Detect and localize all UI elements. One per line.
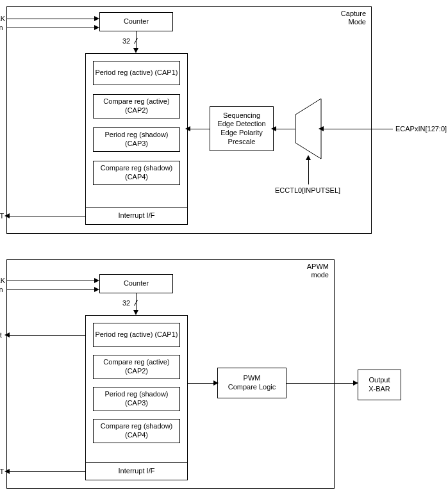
capture-mux-icon — [295, 99, 321, 159]
capture-reg-cap3-text: Period reg (shadow) (CAP3) — [94, 131, 179, 149]
capture-counter-block: Counter — [99, 12, 173, 31]
capture-enclk-label: ECAPxENCLK — [0, 15, 5, 22]
capture-interrupt-if: Interrupt I/F — [85, 207, 188, 225]
apwm-interrupt-if-text: Interrupt I/F — [119, 467, 155, 476]
apwm-reg-cap4-text: Compare reg (shadow) (CAP4) — [94, 422, 179, 440]
svg-marker-0 — [295, 99, 321, 159]
capture-reg-cap4: Compare reg (shadow) (CAP4) — [93, 161, 180, 185]
apwm-reg-cap2: Compare reg (active) (CAP2) — [93, 355, 180, 379]
capture-ext-in-label: ECAPxIN[127:0] — [395, 125, 447, 133]
apwm-reg-cap3: Period reg (shadow) (CAP3) — [93, 387, 180, 411]
apwm-reg-cap3-text: Period reg (shadow) (CAP3) — [94, 390, 179, 408]
apwm-output-xbar-block: Output X-BAR — [358, 370, 401, 400]
capture-bus-width: 32 — [122, 37, 130, 45]
capture-reg-cap1: Period reg (active) (CAP1) — [93, 61, 180, 85]
capture-reg-cap4-text: Compare reg (shadow) (CAP4) — [94, 164, 179, 182]
apwm-xbar-1: Output — [369, 376, 390, 385]
apwm-enclk-label: ECAPxENCLK — [0, 277, 5, 284]
capture-seq-3: Prescale — [228, 138, 256, 147]
capture-reg-cap2-text: Compare reg (active) (CAP2) — [94, 97, 179, 115]
capture-mux-sel-label: ECCTL0[INPUTSEL] — [275, 186, 340, 194]
capture-seq-1: Edge Detection — [217, 120, 265, 129]
capture-mode-panel: Capture Mode ECAPxENCLK SyncIn Counter 3… — [6, 6, 372, 234]
apwm-pwm-block: PWM Compare Logic — [217, 368, 286, 398]
capture-reg-cap2: Compare reg (active) (CAP2) — [93, 94, 180, 118]
apwm-mode-panel: APWM mode ECAPxENCLK SyncIn Counter 32 P… — [6, 259, 335, 489]
capture-counter-text: Counter — [124, 17, 149, 26]
apwm-xbar-2: X-BAR — [369, 385, 390, 394]
capture-syncin-label: SyncIn — [0, 24, 3, 31]
capture-reg-cap1-text: Period reg (active) (CAP1) — [95, 69, 178, 77]
apwm-counter-text: Counter — [124, 279, 149, 288]
apwm-mode-title-1: APWM — [307, 263, 329, 270]
apwm-pwm-2: Compare Logic — [228, 383, 276, 392]
apwm-int-label: ECAPxINT — [0, 468, 4, 475]
capture-seq-2: Edge Polarity — [220, 129, 262, 138]
apwm-pwm-1: PWM — [244, 374, 261, 383]
apwm-syncout-label: Syncout — [0, 331, 2, 339]
capture-interrupt-if-text: Interrupt I/F — [119, 211, 155, 220]
capture-reg-cap3: Period reg (shadow) (CAP3) — [93, 127, 180, 152]
apwm-reg-cap1-text: Period reg (active) (CAP1) — [95, 330, 178, 339]
apwm-interrupt-if: Interrupt I/F — [85, 462, 188, 480]
capture-seq-0: Sequencing — [223, 111, 260, 120]
apwm-mode-title: APWM mode — [307, 263, 329, 279]
apwm-counter-block: Counter — [99, 274, 173, 293]
apwm-reg-cap4: Compare reg (shadow) (CAP4) — [93, 419, 180, 443]
apwm-reg-cap2-text: Compare reg (active) (CAP2) — [94, 358, 179, 376]
capture-mode-title-1: Capture — [341, 10, 366, 17]
apwm-bus-width: 32 — [122, 299, 130, 307]
apwm-mode-title-2: mode — [311, 271, 329, 279]
capture-int-label: ECAPxINT — [0, 212, 4, 220]
capture-sequencing-block: Sequencing Edge Detection Edge Polarity … — [210, 106, 274, 151]
apwm-syncin-label: SyncIn — [0, 286, 3, 293]
capture-mode-title: Capture Mode — [341, 10, 366, 26]
apwm-reg-cap1: Period reg (active) (CAP1) — [93, 323, 180, 347]
capture-mode-title-2: Mode — [348, 18, 366, 26]
